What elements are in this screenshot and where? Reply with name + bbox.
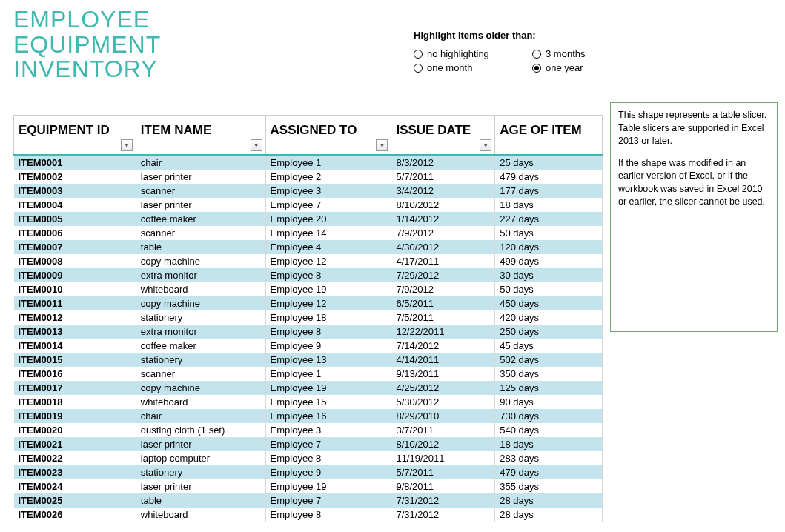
cell-name: scanner [136, 367, 265, 381]
table-row[interactable]: ITEM0004laser printerEmployee 78/10/2012… [14, 198, 603, 212]
radio-no-highlighting[interactable]: no highlighting [414, 48, 525, 59]
table-row[interactable]: ITEM0012stationeryEmployee 187/5/2011420… [14, 310, 603, 325]
cell-date: 8/10/2012 [391, 198, 495, 212]
cell-name: copy machine [136, 381, 265, 395]
cell-name: extra monitor [136, 325, 265, 339]
cell-date: 7/14/2012 [391, 339, 495, 353]
table-row[interactable]: ITEM0026whiteboardEmployee 87/31/201228 … [14, 508, 603, 522]
table-row[interactable]: ITEM0006scannerEmployee 147/9/201250 day… [14, 226, 603, 240]
cell-date: 4/30/2012 [391, 240, 495, 254]
cell-assigned: Employee 7 [265, 493, 391, 508]
cell-age: 50 days [495, 282, 603, 296]
header-label: EQUIPMENT ID [19, 123, 110, 137]
radio-icon [414, 64, 423, 73]
cell-age: 283 days [495, 451, 603, 465]
cell-id: ITEM0025 [14, 493, 136, 508]
table-row[interactable]: ITEM0003scannerEmployee 33/4/2012177 day… [14, 184, 603, 198]
cell-name: chair [136, 155, 265, 170]
cell-age: 499 days [495, 254, 603, 268]
cell-id: ITEM0005 [14, 212, 136, 226]
table-row[interactable]: ITEM0005coffee makerEmployee 201/14/2012… [14, 212, 603, 226]
cell-id: ITEM0001 [14, 155, 136, 170]
cell-id: ITEM0006 [14, 226, 136, 240]
cell-name: coffee maker [136, 339, 265, 353]
table-row[interactable]: ITEM0010whiteboardEmployee 197/9/201250 … [14, 282, 603, 296]
cell-id: ITEM0008 [14, 254, 136, 268]
radio-one-year[interactable]: one year [532, 62, 621, 73]
table-row[interactable]: ITEM0014coffee makerEmployee 97/14/20124… [14, 339, 603, 353]
table-row[interactable]: ITEM0018whiteboardEmployee 155/30/201290… [14, 395, 603, 409]
cell-id: ITEM0020 [14, 423, 136, 437]
table-row[interactable]: ITEM0011copy machineEmployee 126/5/20114… [14, 296, 603, 310]
cell-id: ITEM0026 [14, 508, 136, 522]
table-row[interactable]: ITEM0008copy machineEmployee 124/17/2011… [14, 254, 603, 268]
cell-date: 7/9/2012 [391, 282, 495, 296]
table-row[interactable]: ITEM0001chairEmployee 18/3/201225 days [14, 155, 603, 170]
table-row[interactable]: ITEM0023stationeryEmployee 95/7/2011479 … [14, 465, 603, 479]
cell-date: 7/29/2012 [391, 268, 495, 282]
cell-name: extra monitor [136, 268, 265, 282]
cell-id: ITEM0023 [14, 465, 136, 479]
table-row[interactable]: ITEM0017copy machineEmployee 194/25/2012… [14, 381, 603, 395]
table-row[interactable]: ITEM0024laser printerEmployee 199/8/2011… [14, 479, 603, 493]
table-row[interactable]: ITEM0013extra monitorEmployee 812/22/201… [14, 325, 603, 339]
cell-assigned: Employee 19 [265, 381, 391, 395]
cell-name: coffee maker [136, 212, 265, 226]
radio-one-month[interactable]: one month [414, 62, 525, 73]
cell-date: 1/14/2012 [391, 212, 495, 226]
slicer-text-1: This shape represents a table slicer. Ta… [618, 109, 769, 148]
cell-id: ITEM0021 [14, 437, 136, 451]
cell-name: dusting cloth (1 set) [136, 423, 265, 437]
filter-dropdown-icon[interactable]: ▼ [251, 139, 262, 151]
cell-assigned: Employee 8 [265, 325, 391, 339]
cell-name: laser printer [136, 479, 265, 493]
cell-id: ITEM0014 [14, 339, 136, 353]
cell-name: laser printer [136, 170, 265, 184]
cell-age: 125 days [495, 381, 603, 395]
filter-dropdown-icon[interactable]: ▼ [376, 139, 388, 151]
cell-age: 502 days [495, 353, 603, 367]
filter-dropdown-icon[interactable]: ▼ [480, 139, 491, 151]
table-row[interactable]: ITEM0025tableEmployee 77/31/201228 days [14, 493, 603, 508]
cell-age: 18 days [495, 198, 603, 212]
table-row[interactable]: ITEM0020dusting cloth (1 set)Employee 33… [14, 423, 603, 437]
highlight-options: Highlight Items older than: no highlight… [414, 30, 621, 73]
cell-date: 9/13/2011 [391, 367, 495, 381]
filter-dropdown-icon[interactable]: ▼ [121, 139, 133, 151]
cell-assigned: Employee 13 [265, 353, 391, 367]
cell-name: laser printer [136, 198, 265, 212]
table-row[interactable]: ITEM0019chairEmployee 168/29/2010730 day… [14, 409, 603, 423]
cell-id: ITEM0015 [14, 353, 136, 367]
column-header-assigned-to: ASSIGNED TO ▼ [265, 116, 391, 156]
cell-assigned: Employee 20 [265, 212, 391, 226]
cell-age: 730 days [495, 409, 603, 423]
column-header-item-name: ITEM NAME ▼ [136, 116, 265, 156]
table-row[interactable]: ITEM0015stationeryEmployee 134/14/201150… [14, 353, 603, 367]
cell-name: table [136, 240, 265, 254]
header-label: AGE OF ITEM [500, 123, 582, 137]
table-row[interactable]: ITEM0022laptop computerEmployee 811/19/2… [14, 451, 603, 465]
cell-date: 8/29/2010 [391, 409, 495, 423]
cell-assigned: Employee 12 [265, 296, 391, 310]
cell-age: 18 days [495, 437, 603, 451]
cell-assigned: Employee 9 [265, 465, 391, 479]
cell-date: 8/10/2012 [391, 437, 495, 451]
cell-name: whiteboard [136, 395, 265, 409]
table-row[interactable]: ITEM0021laser printerEmployee 78/10/2012… [14, 437, 603, 451]
cell-id: ITEM0017 [14, 381, 136, 395]
table-row[interactable]: ITEM0007tableEmployee 44/30/2012120 days [14, 240, 603, 254]
cell-date: 9/8/2011 [391, 479, 495, 493]
cell-date: 6/5/2011 [391, 296, 495, 310]
radio-icon [414, 50, 423, 59]
cell-id: ITEM0016 [14, 367, 136, 381]
cell-name: chair [136, 409, 265, 423]
cell-age: 30 days [495, 268, 603, 282]
cell-date: 7/31/2012 [391, 493, 495, 508]
table-row[interactable]: ITEM0002laser printerEmployee 25/7/20114… [14, 170, 603, 184]
table-row[interactable]: ITEM0016scannerEmployee 19/13/2011350 da… [14, 367, 603, 381]
radio-3-months[interactable]: 3 months [532, 48, 621, 59]
cell-name: whiteboard [136, 508, 265, 522]
slicer-text-2: If the shape was modified in an earlier … [618, 157, 769, 209]
cell-assigned: Employee 18 [265, 310, 391, 325]
table-row[interactable]: ITEM0009extra monitorEmployee 87/29/2012… [14, 268, 603, 282]
